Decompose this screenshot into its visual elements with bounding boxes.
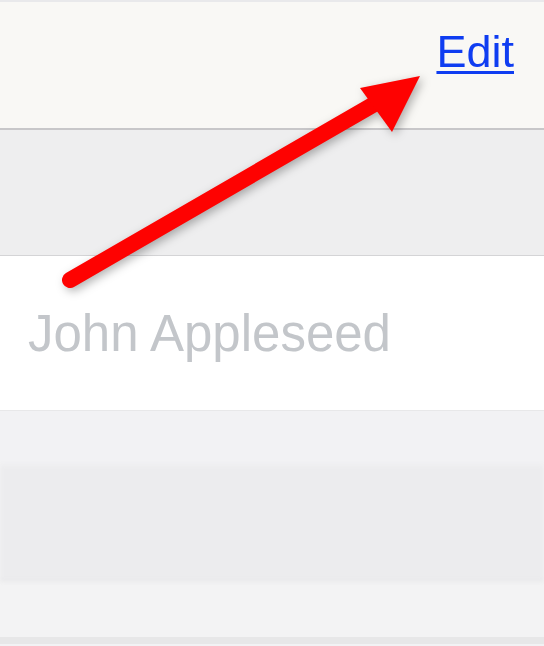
navigation-bar: Edit bbox=[0, 0, 544, 130]
name-field[interactable] bbox=[28, 304, 544, 363]
section-gap bbox=[0, 581, 544, 637]
section-header-spacer bbox=[0, 130, 544, 256]
edit-button[interactable]: Edit bbox=[436, 26, 514, 78]
bottom-edge bbox=[0, 637, 544, 644]
name-input-row[interactable] bbox=[0, 256, 544, 411]
blurred-content-row bbox=[0, 465, 544, 581]
section-gap bbox=[0, 411, 544, 465]
